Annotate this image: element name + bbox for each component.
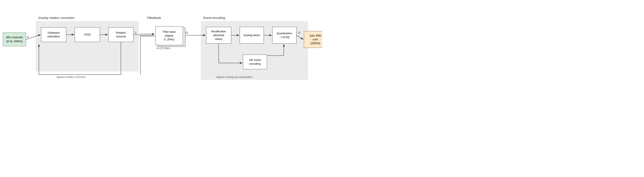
- quantization-block: Quantization-> [4 bit]: [272, 27, 296, 44]
- xylo-block: Xylo SNNcore[200Hz]: [304, 31, 322, 48]
- filterbank-block: Filter bank(digital,0..20Hz): [156, 26, 183, 45]
- scaling-factor-block: Scaling factor: [240, 27, 264, 44]
- gravity-group-label: Gravity rotation correction: [38, 16, 74, 19]
- jvsd-block: JVSD: [75, 27, 100, 42]
- diagram: Gravity rotation correction Filterbank E…: [0, 0, 322, 89]
- iaf-block: IAF eventencoding: [243, 55, 267, 69]
- filterbank-n-label: N=15 filters: [157, 47, 170, 50]
- arrow-label-3-first: 3: [27, 35, 28, 38]
- rectification-block: Rectification(absolutevalue): [206, 27, 231, 44]
- arrow-label-15-second: 15: [298, 31, 300, 34]
- subspace-estimation-block: Subspaceestimation: [41, 27, 66, 42]
- arrow-label-3-second: 3: [135, 31, 136, 34]
- filterbank-group-label: Filterbank: [147, 16, 161, 19]
- bypass-rotation-label: Bypass rotation correction: [57, 76, 86, 79]
- rotation-removal-block: Rotationremoval: [108, 27, 134, 42]
- bypass-scaling-label: Bypass scaling and quantization: [216, 76, 252, 79]
- imu-block: IMU channels[8 bit, 200Hz]: [3, 32, 26, 46]
- event-encoding-group-label: Event encoding: [203, 16, 225, 19]
- arrow-label-15-first: 15: [185, 31, 188, 34]
